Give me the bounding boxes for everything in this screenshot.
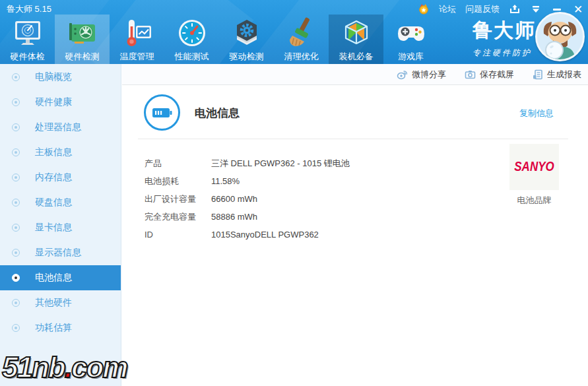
nav-temperature[interactable]: 温度管理: [110, 15, 164, 64]
ludashi-window: 鲁大师 5.15 论坛 问题反馈: [0, 0, 588, 386]
sidebar-label: 主板信息: [35, 146, 72, 158]
row-value: 58886 mWh: [211, 212, 257, 222]
sidebar-label: 电脑概览: [35, 71, 72, 83]
nav-label: 硬件体检: [0, 51, 55, 63]
sidebar-item-memory-info[interactable]: 内存信息: [0, 165, 121, 190]
divider: [138, 139, 568, 139]
generate-report-button[interactable]: 生成报表: [533, 69, 581, 80]
radio-bullet-icon: [12, 224, 20, 232]
nav-hardware-checkup[interactable]: 硬件体检: [0, 15, 55, 64]
tool-label: 微博分享: [412, 69, 446, 80]
sidebar-item-computer-overview[interactable]: 电脑概览: [0, 65, 121, 90]
weibo-icon: [397, 69, 408, 80]
radio-bullet-icon: [12, 73, 20, 81]
sidebar-item-disk-info[interactable]: 硬盘信息: [0, 190, 121, 215]
thermometer-chart-icon: [120, 16, 154, 50]
sidebar-item-display-info[interactable]: 显示器信息: [0, 240, 121, 265]
radio-bullet-icon: [12, 299, 20, 307]
battery-info-panel: 电池信息 复制信息 产品 三洋 DELL PGWP362 - 1015 锂电池 …: [122, 86, 588, 386]
row-value: 11.58%: [211, 176, 240, 186]
radio-bullet-icon: [12, 98, 20, 106]
copy-info-link[interactable]: 复制信息: [519, 108, 554, 119]
broom-icon: [284, 16, 319, 50]
sidebar-item-power-estimate[interactable]: 功耗估算: [0, 315, 121, 340]
radio-bullet-icon: [12, 324, 20, 332]
nav-hardware-detect[interactable]: 硬件检测: [55, 15, 110, 64]
sidebar-label: 功耗估算: [35, 322, 72, 334]
nav-label: 温度管理: [110, 51, 164, 63]
sidebar-item-other-hardware[interactable]: 其他硬件: [0, 290, 121, 315]
radio-bullet-icon: [12, 148, 20, 156]
nav-label: 硬件检测: [55, 51, 110, 63]
nav-cleanup[interactable]: 清理优化: [274, 15, 329, 64]
gamepad-icon: [394, 16, 428, 50]
sidebar-item-hardware-health[interactable]: 硬件健康: [0, 90, 121, 115]
radio-bullet-icon: [12, 249, 20, 257]
sidebar-item-battery-info[interactable]: 电池信息: [0, 265, 121, 290]
sidebar-label: 其他硬件: [35, 297, 72, 309]
cube-icon: [339, 16, 374, 50]
nav-game-library[interactable]: 游戏库: [383, 15, 438, 64]
sidebar-label: 处理器信息: [35, 121, 81, 133]
sidebar-label: 内存信息: [35, 172, 72, 183]
table-row: ID 1015SanyoDELL PGWP362: [145, 226, 350, 243]
app-title: 鲁大师 5.15: [7, 3, 51, 15]
sidebar-item-cpu-info[interactable]: 处理器信息: [0, 115, 121, 140]
report-icon: [533, 69, 543, 80]
nav-essential-software[interactable]: 装机必备: [329, 15, 383, 64]
row-label: 电池损耗: [145, 176, 211, 187]
battery-info-table: 产品 三洋 DELL PGWP362 - 1015 锂电池 电池损耗 11.58…: [145, 154, 350, 243]
main-menu-icon[interactable]: [530, 3, 542, 15]
nav-driver-detect[interactable]: 驱动检测: [219, 15, 274, 64]
sidebar-label: 电池信息: [35, 272, 72, 284]
forum-link[interactable]: 论坛: [439, 3, 456, 15]
medal-icon[interactable]: [418, 3, 430, 15]
gpu-card-icon: [65, 16, 100, 50]
monitor-radar-icon: [11, 16, 45, 50]
action-toolbar: 微博分享 保存截屏 生成报表: [122, 64, 588, 85]
nav-label: 清理优化: [274, 51, 329, 63]
upload-icon[interactable]: [509, 3, 521, 15]
sidebar-item-motherboard-info[interactable]: 主板信息: [0, 140, 121, 165]
camera-icon: [465, 69, 476, 80]
page-title: 电池信息: [195, 106, 240, 121]
table-row: 电池损耗 11.58%: [145, 172, 350, 190]
brand-name: 鲁大师: [473, 17, 536, 44]
brand-logo: 鲁大师 专注硬件防护: [473, 17, 536, 59]
row-value: 66600 mWh: [211, 194, 257, 204]
table-row: 产品 三洋 DELL PGWP362 - 1015 锂电池: [145, 154, 350, 172]
sidebar-label: 硬盘信息: [35, 197, 72, 209]
sidebar-label: 显卡信息: [35, 222, 72, 234]
row-label: 产品: [145, 158, 211, 170]
sanyo-logo-text: SANYO: [514, 160, 554, 175]
table-row: 完全充电容量 58886 mWh: [145, 208, 350, 226]
feedback-link[interactable]: 问题反馈: [465, 3, 500, 15]
row-label: 完全充电容量: [145, 211, 211, 223]
sidebar-label: 显示器信息: [35, 247, 81, 259]
nav-performance-test[interactable]: 性能测试: [164, 15, 219, 64]
battery-icon: [144, 94, 180, 131]
row-value: 三洋 DELL PGWP362 - 1015 锂电池: [211, 158, 350, 170]
row-value: 1015SanyoDELL PGWP362: [211, 230, 319, 240]
sidebar-nav: 电脑概览 硬件健康 处理器信息 主板信息 内存信息 硬盘信息 显卡信息 显示器: [0, 64, 121, 386]
gear-hexagon-icon: [230, 16, 264, 50]
save-screenshot-button[interactable]: 保存截屏: [465, 69, 514, 80]
weibo-share-button[interactable]: 微博分享: [397, 69, 446, 80]
nav-label: 性能测试: [164, 51, 219, 63]
radio-bullet-icon: [12, 199, 20, 207]
nav-label: 装机必备: [329, 51, 383, 63]
close-icon[interactable]: ✕: [572, 3, 584, 15]
battery-brand-caption: 电池品牌: [509, 195, 559, 207]
radio-bullet-icon: [12, 174, 20, 181]
nav-label: 驱动检测: [219, 51, 274, 63]
nav-label: 游戏库: [383, 51, 438, 63]
battery-brand-logo: SANYO: [509, 144, 559, 190]
radio-bullet-icon: [12, 274, 20, 282]
radio-bullet-icon: [12, 123, 20, 131]
table-row: 出厂设计容量 66600 mWh: [145, 190, 350, 208]
sidebar-item-gpu-info[interactable]: 显卡信息: [0, 215, 121, 240]
51nb-watermark: 51nb.com: [2, 351, 127, 384]
sidebar-label: 硬件健康: [35, 96, 72, 108]
brand-slogan: 专注硬件防护: [473, 48, 536, 59]
row-label: 出厂设计容量: [145, 193, 211, 205]
